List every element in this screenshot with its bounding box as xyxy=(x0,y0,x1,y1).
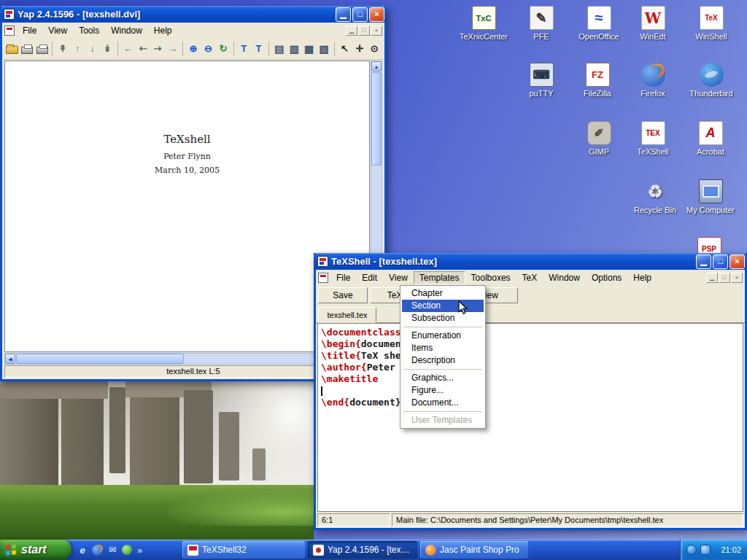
forward-icon[interactable]: → xyxy=(166,40,179,57)
tray-status-icon[interactable] xyxy=(686,545,697,555)
ruler-icon[interactable]: T xyxy=(236,40,250,57)
forward-history-icon[interactable]: ⇢ xyxy=(151,40,165,57)
texshell-toolbar: Save TeX Preview xyxy=(316,285,745,306)
tray-network-icon[interactable] xyxy=(700,545,711,555)
yap-menu-tools[interactable]: Tools xyxy=(73,24,105,37)
scroll-left-icon[interactable]: ◀ xyxy=(5,354,15,364)
menu-templates[interactable]: Templates xyxy=(414,271,465,284)
refresh-icon[interactable]: ↻ xyxy=(216,40,230,57)
prev-page-icon[interactable]: ↑ xyxy=(71,40,85,57)
open-icon xyxy=(6,46,18,54)
wallpaper-grass-highlight xyxy=(168,491,314,526)
desktop-icon-acrobat[interactable]: A Acrobat xyxy=(682,121,739,157)
thunderbird-icon xyxy=(700,63,724,87)
taskbar-button-texshell32[interactable]: TeXShell32 xyxy=(182,541,305,559)
start-button[interactable]: start xyxy=(0,540,71,560)
toolbar-separator xyxy=(182,42,183,56)
menu-file[interactable]: File xyxy=(330,271,356,284)
menu-view[interactable]: View xyxy=(383,271,414,284)
desktop-icon-my-computer[interactable]: My Computer xyxy=(682,179,739,215)
texshell-titlebar[interactable]: TeXShell - [texshell.tex] ▁ □ × xyxy=(314,253,747,270)
menu-item-document[interactable]: Document... xyxy=(402,397,484,409)
facing-pages-icon[interactable]: ▦ xyxy=(302,40,316,57)
yap-titlebar[interactable]: Yap 2.4.1596 - [texshell.dvi] ▁ □ × xyxy=(0,6,387,23)
pan-tool-icon[interactable]: ✛ xyxy=(352,40,366,57)
close-button[interactable]: × xyxy=(729,254,745,269)
taskbar-button-paint-shop-pro[interactable]: Jasc Paint Shop Pro xyxy=(420,541,528,559)
print-icon[interactable] xyxy=(20,40,34,57)
mdi-close-button[interactable]: × xyxy=(731,273,743,283)
desktop-icon-label: Acrobat xyxy=(682,147,739,157)
minimize-button[interactable]: ▁ xyxy=(696,254,711,269)
menu-item-chapter[interactable]: Chapter xyxy=(402,287,484,300)
menu-help[interactable]: Help xyxy=(627,271,657,284)
desktop-icon-openoffice[interactable]: ≈ OpenOffice xyxy=(570,6,627,42)
chevron-icon[interactable]: » xyxy=(135,545,144,556)
menu-item-graphics[interactable]: Graphics... xyxy=(402,372,484,384)
mdi-close-button[interactable]: × xyxy=(371,26,382,36)
grid-view-icon[interactable]: ▧ xyxy=(317,40,330,57)
minimize-button[interactable]: ▁ xyxy=(336,7,351,22)
menu-options[interactable]: Options xyxy=(586,271,627,284)
mdi-minimize-button[interactable]: ▁ xyxy=(346,26,357,36)
zoom-out-icon[interactable]: ⊖ xyxy=(201,40,215,57)
desktop-icon-recycle-bin[interactable]: ♻ Recycle Bin xyxy=(627,179,684,215)
desktop-icon-winshell[interactable]: TeX WinShell xyxy=(683,6,740,42)
open-icon[interactable] xyxy=(5,40,19,57)
zoom-in-icon[interactable]: ⊕ xyxy=(186,40,200,57)
next-page-icon[interactable]: ↓ xyxy=(85,40,99,57)
taskbar-clock[interactable]: 21:02 xyxy=(721,545,741,554)
yap-menu-file[interactable]: File xyxy=(17,24,42,37)
desktop-icon-firefox[interactable]: Firefox xyxy=(624,63,681,98)
menu-item-items[interactable]: Items xyxy=(402,342,484,354)
horizontal-scrollbar-thumb[interactable] xyxy=(16,354,184,364)
back-history-icon[interactable]: ⇠ xyxy=(136,40,150,57)
taskbar-button-yap[interactable]: Yap 2.4.1596 - [texs... xyxy=(308,541,417,559)
continuous-view-icon[interactable]: ▥ xyxy=(287,40,301,57)
desktop-icon-winedt[interactable]: W WinEdt xyxy=(624,6,681,42)
maximize-button[interactable]: □ xyxy=(352,7,368,22)
menu-tex[interactable]: TeX xyxy=(516,271,543,284)
scroll-up-icon[interactable]: ▲ xyxy=(371,61,382,71)
menu-item-enumeration[interactable]: Enumeration xyxy=(402,330,484,342)
select-tool-icon[interactable]: ↖ xyxy=(338,40,352,57)
internet-explorer-icon[interactable]: e xyxy=(76,543,89,556)
desktop-icon-pfe[interactable]: ✎ PFE xyxy=(513,6,570,42)
menu-item-section[interactable]: Section xyxy=(402,300,484,312)
mdi-minimize-button[interactable]: ▁ xyxy=(706,273,718,283)
print-setup-icon[interactable] xyxy=(35,40,49,57)
mdi-restore-button[interactable]: □ xyxy=(358,26,370,36)
desktop-icon-gimp[interactable]: ✐ GIMP xyxy=(570,121,627,157)
single-page-icon[interactable]: ▤ xyxy=(272,40,286,57)
menu-item-subsection[interactable]: Subsection xyxy=(402,312,484,324)
yap-menu-view[interactable]: View xyxy=(42,24,73,37)
desktop-icon-putty[interactable]: ⌨ puTTY xyxy=(513,63,570,98)
menu-toolboxes[interactable]: Toolboxes xyxy=(465,271,516,284)
vertical-scrollbar-thumb[interactable] xyxy=(371,72,382,166)
mail-icon[interactable]: ✉ xyxy=(106,543,119,556)
first-page-icon[interactable]: ↟ xyxy=(55,40,69,57)
save-button[interactable]: Save xyxy=(318,287,368,303)
media-player-icon[interactable] xyxy=(122,545,132,555)
maximize-button[interactable]: □ xyxy=(713,254,728,269)
print-setup-icon xyxy=(36,47,48,54)
tab-texshell-tex[interactable]: texshell.tex xyxy=(318,307,376,323)
desktop-icon-texniccenter[interactable]: TxC TeXnicCenter xyxy=(455,6,512,42)
close-button[interactable]: × xyxy=(369,7,384,22)
desktop-icon-texshell[interactable]: TEX TeXShell xyxy=(624,121,681,157)
text-mode-icon[interactable]: T xyxy=(252,40,266,57)
menu-edit[interactable]: Edit xyxy=(356,271,383,284)
menu-item-description[interactable]: Description xyxy=(402,354,484,367)
menu-window[interactable]: Window xyxy=(543,271,586,284)
magnify-tool-icon[interactable]: ⊙ xyxy=(368,40,382,57)
desktop-icon-thunderbird[interactable]: Thunderbird xyxy=(683,63,740,98)
menu-item-figure[interactable]: Figure... xyxy=(402,384,484,397)
yap-menu-window[interactable]: Window xyxy=(105,24,148,37)
back-icon[interactable]: ← xyxy=(121,40,135,57)
last-page-icon[interactable]: ↡ xyxy=(100,40,114,57)
desktop-icon-filezilla[interactable]: FZ FileZilla xyxy=(569,63,626,98)
code-editor[interactable]: \documentclass{ \begin{document \title{T… xyxy=(317,323,743,512)
mdi-restore-button[interactable]: □ xyxy=(719,273,730,283)
yap-menu-help[interactable]: Help xyxy=(148,24,178,37)
firefox-quicklaunch-icon[interactable] xyxy=(92,545,103,556)
